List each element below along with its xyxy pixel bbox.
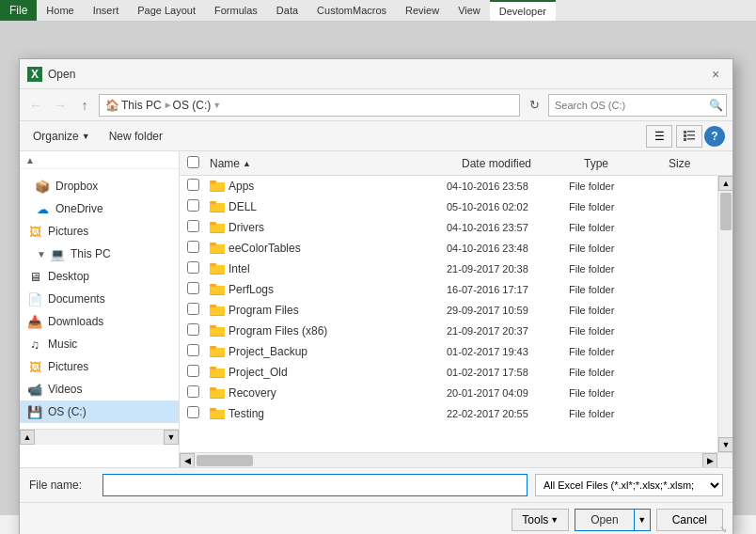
sidebar-item-pictures-od[interactable]: 🖼 Pictures [20, 220, 179, 243]
header-date-modified[interactable]: Date modified [462, 157, 584, 170]
sidebar-item-desktop[interactable]: 🖥 Desktop [20, 265, 179, 288]
scroll-down-arrow[interactable]: ▼ [718, 437, 732, 452]
file-row[interactable]: PerfLogs 16-07-2016 17:17 File folder [180, 279, 717, 300]
refresh-button[interactable]: ↻ [524, 95, 544, 116]
sidebar-item-downloads[interactable]: 📥 Downloads [20, 310, 179, 333]
ribbon-file-tab[interactable]: File [0, 1, 37, 20]
file-checkbox[interactable] [187, 241, 199, 253]
sidebar-item-this-pc[interactable]: ▼ 💻 This PC [20, 243, 179, 265]
filetype-select[interactable]: All Excel Files (*.xl*;*.xlsx;*.xlsm; [535, 474, 723, 496]
cancel-button[interactable]: Cancel [656, 509, 723, 531]
up-button[interactable]: ↑ [74, 95, 95, 116]
file-row[interactable]: Intel 21-09-2017 20:38 File folder [180, 259, 717, 279]
forward-button[interactable]: → [50, 95, 71, 116]
folder-icon [210, 199, 225, 214]
sidebar-scroll-down[interactable]: ▼ [164, 430, 179, 445]
file-row[interactable]: Program Files 29-09-2017 10:59 File fold… [180, 300, 717, 321]
vertical-scrollbar[interactable]: ▲ ▼ [717, 176, 732, 452]
ribbon-tab-insert[interactable]: Insert [84, 0, 129, 21]
ribbon-tab-developer[interactable]: Developer [490, 0, 556, 21]
sidebar-item-pictures[interactable]: 🖼 Pictures [20, 355, 179, 378]
scroll-left-arrow[interactable]: ◀ [180, 453, 195, 467]
ribbon-tab-view[interactable]: View [449, 0, 490, 21]
file-checkbox[interactable] [187, 303, 199, 315]
header-type[interactable]: Type [584, 157, 669, 170]
file-type: File folder [569, 408, 654, 419]
back-button[interactable]: ← [25, 95, 46, 116]
folder-icon [210, 344, 225, 359]
file-row[interactable]: Drivers 04-10-2016 23:57 File folder [180, 217, 717, 238]
sidebar-scroll-up[interactable]: ▲ [20, 430, 35, 445]
breadcrumb-thispc[interactable]: 🏠 This PC ► [105, 99, 173, 112]
file-row[interactable]: Testing 22-02-2017 20:55 File folder [180, 403, 717, 424]
help-button[interactable]: ? [704, 126, 725, 147]
file-row[interactable]: DELL 05-10-2016 02:02 File folder [180, 196, 717, 217]
file-row[interactable]: Project_Old 01-02-2017 17:58 File folder [180, 362, 717, 383]
h-scroll-thumb[interactable] [197, 455, 253, 466]
file-row[interactable]: Apps 04-10-2016 23:58 File folder [180, 176, 717, 196]
file-checkbox[interactable] [187, 323, 199, 336]
close-button[interactable]: × [706, 65, 725, 84]
file-checkbox[interactable] [187, 365, 199, 377]
file-checkbox[interactable] [187, 406, 199, 418]
ribbon-tab-review[interactable]: Review [396, 0, 449, 21]
folder-icon [210, 179, 225, 194]
file-checkbox[interactable] [187, 179, 199, 191]
select-all-checkbox[interactable] [187, 156, 199, 168]
header-size[interactable]: Size [669, 157, 725, 170]
new-folder-button[interactable]: New folder [103, 128, 168, 145]
ribbon-tab-data[interactable]: Data [267, 0, 307, 21]
file-row[interactable]: Program Files (x86) 21-09-2017 20:37 Fil… [180, 321, 717, 341]
file-checkbox[interactable] [187, 344, 199, 356]
file-checkbox-cell [187, 385, 210, 400]
file-date: 04-10-2016 23:58 [447, 181, 569, 192]
scroll-right-arrow[interactable]: ▶ [702, 453, 717, 467]
file-date: 05-10-2016 02:02 [447, 201, 569, 212]
breadcrumb-osc[interactable]: OS (C:) ▼ [173, 99, 222, 112]
search-icon[interactable]: 🔍 [708, 98, 723, 113]
toolbar: Organize ▼ New folder ☰ [20, 121, 732, 151]
file-type: File folder [569, 367, 654, 378]
organize-button[interactable]: Organize ▼ [27, 128, 96, 145]
file-name: Project_Old [228, 366, 447, 379]
file-checkbox[interactable] [187, 385, 199, 398]
horizontal-scrollbar[interactable]: ◀ ▶ [180, 452, 732, 467]
view-details-button[interactable] [676, 125, 702, 148]
sidebar-item-music[interactable]: ♫ Music [20, 333, 179, 355]
ribbon-tab-home[interactable]: Home [37, 0, 83, 21]
file-checkbox[interactable] [187, 282, 199, 294]
file-row[interactable]: eeColorTables 04-10-2016 23:48 File fold… [180, 238, 717, 259]
thispc-expand-icon[interactable]: ▼ [35, 247, 48, 260]
sidebar-item-videos[interactable]: 📹 Videos [20, 378, 179, 400]
ribbon-tab-page-layout[interactable]: Page Layout [128, 0, 205, 21]
filename-input[interactable] [102, 474, 528, 496]
file-checkbox[interactable] [187, 261, 199, 274]
ribbon-tab-custom-macros[interactable]: CustomMacros [307, 0, 396, 21]
view-list-button[interactable]: ☰ [646, 125, 672, 148]
breadcrumb[interactable]: 🏠 This PC ► OS (C:) ▼ [99, 94, 520, 117]
open-button[interactable]: Open [575, 509, 633, 531]
header-name[interactable]: Name ▲ [210, 157, 462, 170]
search-wrapper: 🔍 [548, 94, 727, 117]
file-row[interactable]: Recovery 20-01-2017 04:09 File folder [180, 383, 717, 403]
open-dropdown-button[interactable]: ▼ [634, 509, 651, 531]
search-input[interactable] [548, 94, 727, 117]
downloads-icon: 📥 [27, 314, 42, 329]
tools-button[interactable]: Tools ▼ [512, 509, 569, 531]
file-checkbox-cell [187, 261, 210, 276]
file-checkbox[interactable] [187, 199, 199, 212]
sidebar-item-dropbox[interactable]: 📦 Dropbox [20, 175, 179, 197]
sidebar-item-documents[interactable]: 📄 Documents [20, 288, 179, 310]
svg-rect-26 [210, 305, 216, 307]
scroll-up-arrow[interactable]: ▲ [718, 176, 732, 191]
file-name: Testing [228, 407, 447, 420]
file-checkbox[interactable] [187, 220, 199, 232]
resize-handle[interactable]: ↘ [719, 524, 731, 534]
sidebar-item-os-c[interactable]: 💾 OS (C:) [20, 400, 179, 423]
sidebar-collapse-button[interactable]: ▲ [24, 153, 37, 166]
ribbon-tab-formulas[interactable]: Formulas [205, 0, 267, 21]
sidebar-item-onedrive[interactable]: ☁ OneDrive [20, 197, 179, 220]
file-date: 22-02-2017 20:55 [447, 408, 569, 419]
file-row[interactable]: Project_Backup 01-02-2017 19:43 File fol… [180, 341, 717, 362]
v-scroll-thumb[interactable] [720, 193, 732, 230]
